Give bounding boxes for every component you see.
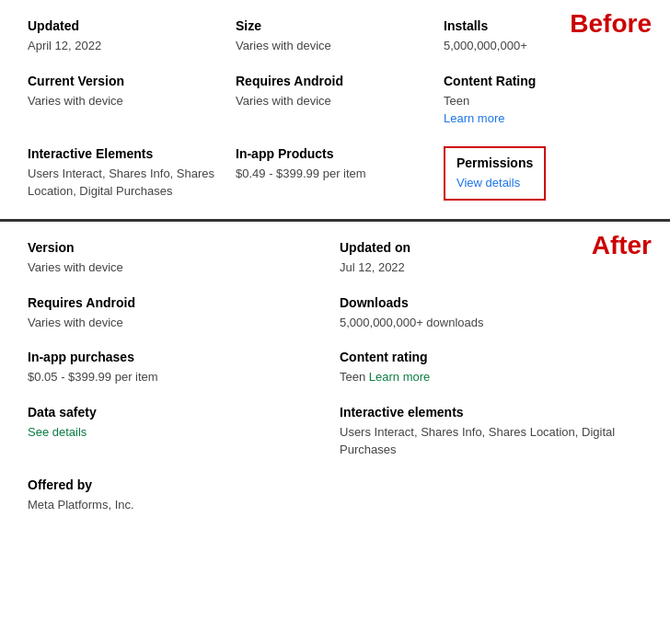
after-offered-by-value: Meta Platforms, Inc.	[28, 496, 330, 514]
before-interactive-cell: Interactive Elements Users Interact, Sha…	[28, 146, 226, 201]
before-content-rating-value1: Teen	[444, 92, 642, 110]
before-interactive-value: Users Interact, Shares Info, Shares Loca…	[28, 165, 226, 201]
before-size-heading: Size	[236, 18, 434, 33]
after-version-heading: Version	[28, 240, 330, 255]
after-offered-by-heading: Offered by	[28, 477, 330, 492]
after-content-rating-value: Teen Learn more	[340, 368, 642, 386]
after-content-rating-cell: Content rating Teen Learn more	[340, 350, 642, 386]
after-data-safety-heading: Data safety	[28, 405, 330, 420]
after-inapp-value: $0.05 - $399.99 per item	[28, 368, 330, 386]
after-offered-by-cell: Offered by Meta Platforms, Inc.	[28, 477, 330, 514]
before-grid: Updated April 12, 2022 Size Varies with …	[28, 18, 642, 201]
after-version-value: Varies with device	[28, 259, 330, 277]
before-android-cell: Requires Android Varies with device	[236, 74, 434, 128]
after-updated-on-value: Jul 12, 2022	[340, 259, 642, 277]
after-android-heading: Requires Android	[28, 295, 330, 310]
after-version-cell: Version Varies with device	[28, 240, 330, 277]
before-android-heading: Requires Android	[236, 74, 434, 88]
before-content-rating-cell: Content Rating Teen Learn more	[444, 74, 642, 128]
after-android-value: Varies with device	[28, 314, 330, 332]
after-inapp-heading: In-app purchases	[28, 350, 330, 364]
after-label: After	[592, 231, 652, 260]
before-interactive-heading: Interactive Elements	[28, 146, 226, 161]
before-inapp-cell: In-app Products $0.49 - $399.99 per item	[236, 146, 434, 201]
permissions-box[interactable]: Permissions View details	[444, 146, 546, 201]
before-content-rating-value2[interactable]: Learn more	[444, 109, 642, 128]
before-size-cell: Size Varies with device	[236, 18, 434, 55]
after-learn-more-link[interactable]: Learn more	[369, 370, 430, 384]
before-permissions-cell: Permissions View details	[444, 146, 642, 201]
before-permissions-heading: Permissions	[456, 155, 533, 170]
see-details-link[interactable]: See details	[28, 425, 87, 439]
after-inapp-cell: In-app purchases $0.05 - $399.99 per ite…	[28, 350, 330, 386]
after-interactive-heading: Interactive elements	[340, 405, 642, 420]
before-size-value: Varies with device	[236, 37, 434, 55]
before-label: Before	[570, 9, 652, 39]
after-content-rating-heading: Content rating	[340, 350, 642, 364]
before-learn-more-link[interactable]: Learn more	[444, 111, 504, 125]
before-updated-cell: Updated April 12, 2022	[28, 18, 226, 55]
before-section: Before Updated April 12, 2022 Size Varie…	[0, 0, 670, 219]
before-version-heading: Current Version	[28, 74, 226, 88]
before-version-value: Varies with device	[28, 92, 226, 110]
before-inapp-value: $0.49 - $399.99 per item	[236, 165, 434, 183]
after-android-cell: Requires Android Varies with device	[28, 295, 330, 332]
after-grid: Version Varies with device Updated on Ju…	[28, 240, 642, 513]
after-interactive-value: Users Interact, Shares Info, Shares Loca…	[340, 423, 642, 459]
before-android-value: Varies with device	[236, 92, 434, 110]
after-data-safety-cell: Data safety See details	[28, 405, 330, 459]
after-downloads-heading: Downloads	[340, 295, 642, 310]
after-interactive-cell: Interactive elements Users Interact, Sha…	[340, 405, 642, 459]
before-updated-heading: Updated	[28, 18, 226, 33]
before-inapp-heading: In-app Products	[236, 146, 434, 161]
before-permissions-value[interactable]: View details	[456, 174, 533, 192]
before-content-rating-heading: Content Rating	[444, 74, 642, 88]
after-downloads-cell: Downloads 5,000,000,000+ downloads	[340, 295, 642, 332]
before-version-cell: Current Version Varies with device	[28, 74, 226, 128]
before-installs-value: 5,000,000,000+	[444, 37, 642, 55]
before-updated-value: April 12, 2022	[28, 37, 226, 55]
after-content-rating-teen: Teen	[340, 370, 369, 384]
view-details-link[interactable]: View details	[456, 176, 520, 190]
after-downloads-value: 5,000,000,000+ downloads	[340, 314, 642, 332]
after-data-safety-value[interactable]: See details	[28, 423, 330, 442]
after-section: After Version Varies with device Updated…	[0, 222, 670, 532]
